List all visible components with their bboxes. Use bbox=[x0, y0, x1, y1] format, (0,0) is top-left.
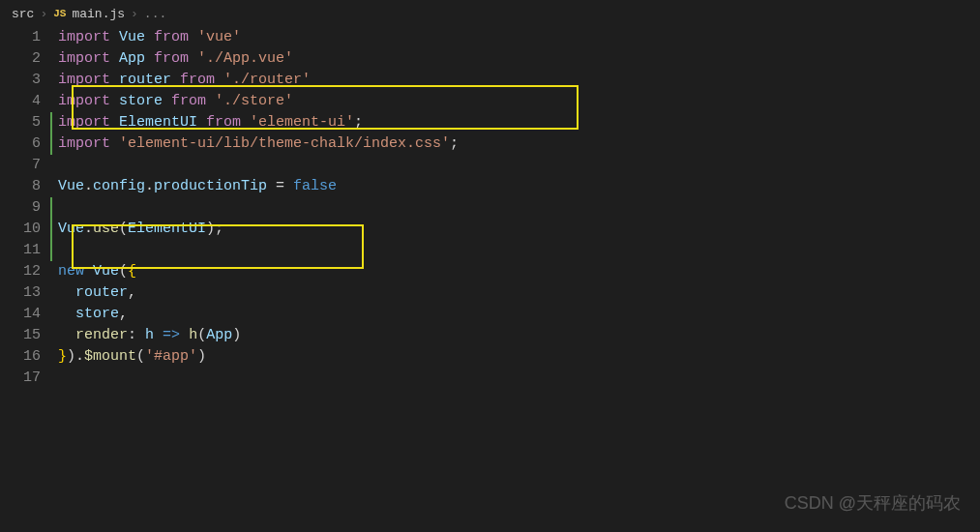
code-line[interactable]: router, bbox=[58, 282, 980, 304]
line-number: 13 bbox=[0, 282, 41, 304]
code-line[interactable]: store, bbox=[58, 304, 980, 325]
line-number: 10 bbox=[0, 219, 41, 240]
line-number: 17 bbox=[0, 368, 41, 389]
line-number: 12 bbox=[0, 261, 41, 282]
code-line[interactable] bbox=[58, 240, 980, 261]
line-number: 7 bbox=[0, 155, 41, 176]
line-number: 14 bbox=[0, 304, 41, 325]
line-number: 5 bbox=[0, 112, 41, 133]
breadcrumb-file[interactable]: main.js bbox=[72, 7, 125, 21]
line-number: 2 bbox=[0, 48, 41, 70]
breadcrumb-ellipsis[interactable]: ... bbox=[144, 7, 166, 21]
git-change-indicator bbox=[50, 219, 52, 240]
line-number: 11 bbox=[0, 240, 41, 261]
watermark: CSDN @天秤座的码农 bbox=[785, 491, 961, 515]
code-line[interactable]: import router from './router' bbox=[58, 70, 980, 91]
code-area[interactable]: import Vue from 'vue'import App from './… bbox=[58, 27, 980, 389]
code-line[interactable]: import store from './store' bbox=[58, 91, 980, 112]
line-number: 6 bbox=[0, 133, 41, 155]
code-line[interactable]: import App from './App.vue' bbox=[58, 48, 980, 70]
code-line[interactable]: new Vue({ bbox=[58, 261, 980, 282]
code-line[interactable]: render: h => h(App) bbox=[58, 325, 980, 346]
git-change-indicator bbox=[50, 197, 52, 219]
code-editor[interactable]: 1234567891011121314151617 import Vue fro… bbox=[0, 27, 980, 389]
line-number: 8 bbox=[0, 176, 41, 197]
chevron-right-icon: › bbox=[131, 7, 138, 21]
line-number: 3 bbox=[0, 70, 41, 91]
line-number-gutter: 1234567891011121314151617 bbox=[0, 27, 58, 389]
code-line[interactable]: Vue.use(ElementUI); bbox=[58, 219, 980, 240]
code-line[interactable]: }).$mount('#app') bbox=[58, 346, 980, 368]
code-line[interactable] bbox=[58, 368, 980, 389]
git-change-indicator bbox=[50, 240, 52, 261]
code-line[interactable]: import ElementUI from 'element-ui'; bbox=[58, 112, 980, 133]
line-number: 16 bbox=[0, 346, 41, 368]
code-line[interactable] bbox=[58, 197, 980, 219]
line-number: 1 bbox=[0, 27, 41, 48]
breadcrumb-folder[interactable]: src bbox=[12, 7, 34, 21]
js-file-icon: JS bbox=[53, 8, 66, 19]
chevron-right-icon: › bbox=[40, 7, 47, 21]
code-line[interactable]: Vue.config.productionTip = false bbox=[58, 176, 980, 197]
git-change-indicator bbox=[50, 112, 52, 133]
code-line[interactable]: import Vue from 'vue' bbox=[58, 27, 980, 48]
line-number: 4 bbox=[0, 91, 41, 112]
code-line[interactable]: import 'element-ui/lib/theme-chalk/index… bbox=[58, 133, 980, 155]
code-line[interactable] bbox=[58, 155, 980, 176]
breadcrumb[interactable]: src › JS main.js › ... bbox=[0, 0, 980, 27]
line-number: 15 bbox=[0, 325, 41, 346]
line-number: 9 bbox=[0, 197, 41, 219]
git-change-indicator bbox=[50, 133, 52, 155]
